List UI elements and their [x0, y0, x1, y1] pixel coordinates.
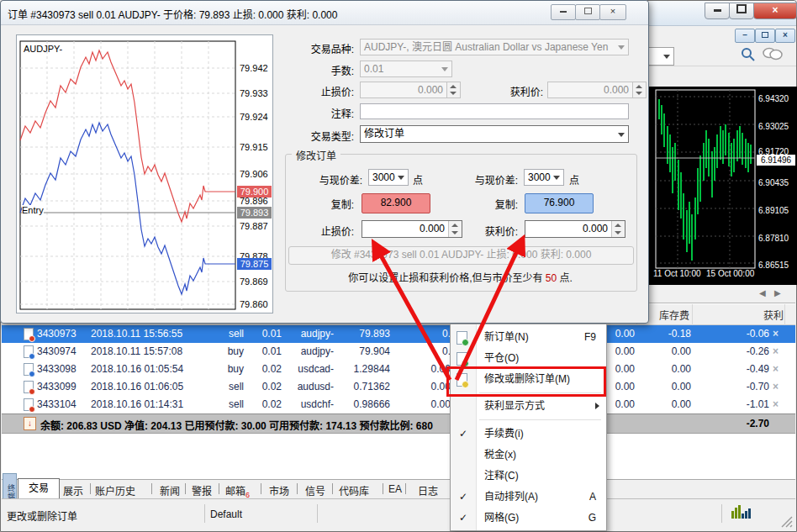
diff-select-right[interactable]: 3000 [524, 169, 564, 186]
resize-grip[interactable] [780, 515, 794, 529]
table-row[interactable]: 3430973 2018.10.11 15:56:55 sell 0.01 au… [2, 325, 795, 344]
order-type-select[interactable]: 修改订单 [360, 125, 629, 143]
column-header-profit[interactable]: 获利 [694, 308, 784, 322]
child-minimize-button[interactable]: – [735, 29, 755, 43]
dialog-restore-button[interactable] [575, 4, 600, 20]
menu-item-tax[interactable]: 税金(x) [451, 445, 606, 466]
min-points-value: 50 [546, 272, 557, 284]
table-row[interactable]: 3433099 2018.10.16 01:06:05 sell 0.02 au… [2, 378, 795, 397]
order-symbol: audjpy- [286, 325, 334, 343]
price-label: 79.860 [240, 299, 268, 309]
chevron-down-icon [553, 176, 560, 180]
tab-alerts[interactable]: 警报 [192, 483, 212, 498]
chevron-down-icon [398, 176, 404, 180]
menu-item-grid[interactable]: ✓网格(G)G [451, 508, 606, 529]
scroll-left-icon[interactable]: ◀ [759, 288, 766, 298]
tab-mailbox[interactable]: 邮箱6 [225, 483, 250, 498]
tab-divider [151, 483, 152, 494]
close-position-icon[interactable]: × [773, 396, 779, 413]
tick-chart-canvas [17, 35, 272, 313]
time-label: 11 Oct 10:00 [653, 269, 701, 278]
menu-item-profit-display[interactable]: 获利显示方式 [451, 396, 606, 417]
balance-icon: ↓ [24, 417, 36, 430]
price-label: 79.915 [240, 142, 268, 152]
table-row[interactable]: 3433104 2018.10.16 01:14:31 sell 0.02 us… [2, 396, 795, 414]
restore-icon [584, 8, 592, 14]
tab-codebase[interactable]: 代码库 [339, 483, 369, 498]
main-close-button[interactable]: × [753, 3, 797, 19]
table-row[interactable]: 3430974 2018.10.11 15:57:08 buy 0.01 aud… [2, 343, 795, 361]
comment-input[interactable] [360, 103, 629, 119]
tab-signals[interactable]: 信号 [305, 483, 325, 498]
order-profit: -1.01 [694, 396, 769, 413]
order-id: 3433104 [37, 396, 77, 413]
price-label: 6.86515 [758, 261, 789, 270]
min-distance-hint: 你可以设置止损和获利价格,但与市价至少有 50 点. [285, 270, 636, 284]
current-price-tag: 6.91496 [757, 155, 795, 166]
status-profile[interactable]: Default [210, 508, 242, 520]
order-swap: 0.00 [637, 361, 691, 378]
market-chart[interactable]: 6.94320 6.93025 6.91720 6.91496 6.90435 … [649, 87, 797, 285]
order-lots: 0.01 [248, 325, 282, 343]
minimize-icon [560, 11, 567, 13]
order-swap: 0.00 [637, 396, 691, 413]
menu-item-comment[interactable]: 注释(C) [451, 466, 606, 487]
symbol-label: 交易品种: [270, 41, 354, 55]
close-position-icon[interactable]: × [773, 361, 779, 378]
price-label: 79.906 [240, 169, 268, 179]
status-message: 更改或删除订单 [7, 508, 77, 523]
main-minimize-button[interactable] [705, 3, 730, 19]
order-symbol: usdcad- [286, 361, 334, 378]
menu-item-commission[interactable]: ✓手续费(i) [451, 424, 606, 445]
modify-order-button[interactable]: 修改 #3430973 sell 0.01 AUDJPY- 止损: 0.000 … [288, 246, 634, 265]
tab-exposure[interactable]: 展示 [63, 483, 83, 498]
price-label: 6.93025 [758, 122, 789, 131]
copy-tp-price-button[interactable]: 76.900 [525, 193, 594, 213]
order-type: sell [200, 378, 244, 396]
check-icon: ✓ [459, 487, 467, 508]
total-profit: -2.70 [694, 418, 769, 429]
copy-label-left: 复制: [278, 197, 354, 211]
search-icon[interactable] [740, 46, 757, 63]
tab-divider [297, 483, 298, 494]
tick-chart[interactable]: AUDJPY- Entry 79.942 79.933 79.924 79.91… [16, 34, 273, 313]
tab-news[interactable]: 新闻 [160, 483, 180, 498]
menu-item-auto-arrange[interactable]: ✓自动排列(A)A [451, 487, 606, 508]
symbol-select: AUDJPY-, 澳元日圆 Australian Dollar vs Japan… [360, 39, 629, 55]
diff-select-left[interactable]: 3000 [368, 169, 409, 186]
tab-market[interactable]: 市场 [269, 483, 289, 498]
tab-ea[interactable]: EA [388, 483, 402, 495]
new-order-icon [457, 331, 467, 345]
order-id: 3430974 [37, 343, 77, 361]
check-icon: ✓ [459, 508, 467, 529]
group-tp-input[interactable]: 0.000 [525, 220, 625, 238]
scroll-right-icon[interactable]: ▶ [774, 288, 781, 298]
close-position-icon[interactable]: × [773, 378, 779, 396]
order-swap: 0.00 [637, 343, 691, 361]
price-label: 6.87810 [758, 234, 789, 243]
tab-account-history[interactable]: 账户历史 [95, 483, 135, 498]
status-divider [721, 504, 722, 523]
close-icon: × [610, 6, 615, 16]
price-label: 6.90435 [758, 178, 789, 187]
child-restore-button[interactable] [755, 29, 775, 43]
tab-journal[interactable]: 日志 [418, 483, 438, 498]
points-label-right: 点 [569, 172, 579, 187]
context-menu: 新订单(N)F9 平仓(O) 修改或删除订单(M) 获利显示方式 ✓手续费(i)… [450, 324, 607, 531]
chevron-down-icon [618, 45, 625, 50]
copy-sl-price-button[interactable]: 82.900 [362, 193, 430, 213]
group-title: 修改订单 [292, 148, 340, 162]
dialog-close-button[interactable]: × [599, 4, 626, 20]
table-row[interactable]: 3433098 2018.10.16 01:05:54 buy 0.02 usd… [2, 361, 795, 379]
chat-icon[interactable] [762, 46, 784, 63]
close-position-icon[interactable]: × [773, 325, 779, 343]
menu-item-new-order[interactable]: 新订单(N)F9 [451, 327, 606, 348]
dialog-minimize-button[interactable] [551, 4, 576, 20]
entry-price-tag: 79.893 [237, 207, 272, 219]
order-profit: -0.06 [694, 325, 769, 343]
buy-order-icon [24, 345, 34, 358]
tab-trade[interactable]: 交易 [18, 478, 60, 499]
main-maximize-button[interactable] [729, 3, 754, 19]
child-close-button[interactable]: × [775, 29, 795, 43]
close-position-icon[interactable]: × [773, 343, 779, 361]
